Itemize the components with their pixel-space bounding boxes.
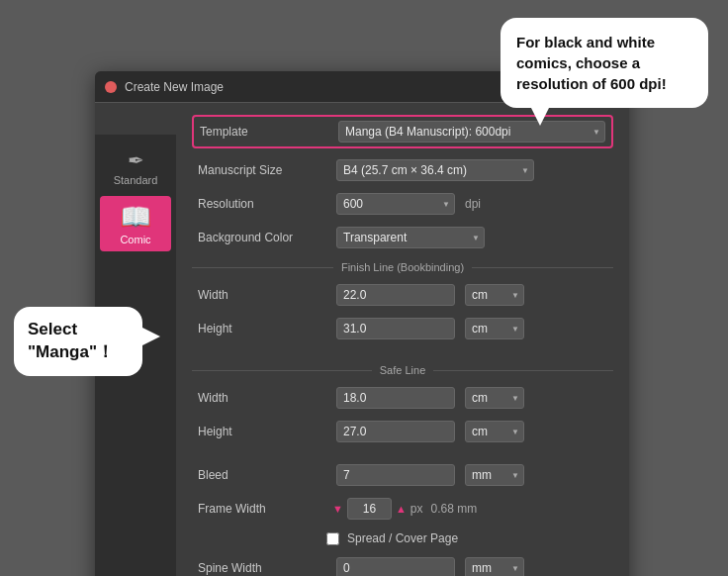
safe-line-header: Safe Line — [192, 360, 613, 378]
safe-line-width-unit-wrapper: cm — [465, 387, 524, 409]
tooltip-manga: Select "Manga"！ — [14, 307, 142, 376]
safe-line-width-row: Width cm — [192, 384, 613, 412]
manuscript-size-select-wrapper: B4 (25.7 cm × 36.4 cm) — [336, 159, 534, 181]
spread-cover-page-row: Spread / Cover Page — [192, 528, 613, 548]
finish-line-height-label: Height — [198, 322, 326, 336]
bleed-unit-select[interactable]: mm — [465, 464, 524, 486]
book-icon: 📖 — [120, 204, 151, 230]
template-select-wrapper: Manga (B4 Manuscript): 600dpi — [338, 121, 605, 143]
create-new-image-dialog: Create New Image ✒ Standard 📖 Comic Temp… — [95, 71, 629, 576]
pen-icon: ✒ — [128, 150, 144, 170]
safe-line-width-unit-select[interactable]: cm — [465, 387, 524, 409]
manuscript-size-row: Manuscript Size B4 (25.7 cm × 36.4 cm) — [192, 156, 613, 184]
background-color-row: Background Color Transparent — [192, 224, 613, 251]
frame-width-label: Frame Width — [198, 502, 326, 516]
finish-line-width-unit-wrapper: cm — [465, 284, 524, 306]
spine-width-unit-select[interactable]: mm — [465, 557, 524, 576]
finish-line-width-label: Width — [198, 288, 326, 302]
safe-line-width-label: Width — [198, 391, 326, 405]
sidebar-item-standard[interactable]: ✒ Standard — [100, 143, 171, 192]
safe-line-height-unit-select[interactable]: cm — [465, 421, 524, 442]
spine-width-input[interactable] — [336, 557, 455, 576]
spine-width-label: Spine Width — [198, 561, 326, 575]
sidebar-item-label-comic: Comic — [120, 234, 150, 245]
frame-width-unit: px — [410, 502, 423, 516]
resolution-label: Resolution — [198, 197, 326, 211]
frame-width-increment[interactable]: ▲ — [396, 503, 407, 515]
resolution-row: Resolution 600 dpi — [192, 190, 613, 218]
template-row: Template Manga (B4 Manuscript): 600dpi — [192, 115, 613, 148]
bleed-row: Bleed mm — [192, 461, 613, 489]
manuscript-size-label: Manuscript Size — [198, 163, 326, 177]
finish-line-height-unit-select[interactable]: cm — [465, 318, 524, 339]
finish-line-height-unit-wrapper: cm — [465, 318, 524, 339]
sidebar-item-comic[interactable]: 📖 Comic — [100, 196, 171, 251]
frame-width-controls: ▼ ▲ px 0.68 mm — [332, 498, 477, 520]
finish-line-width-input[interactable] — [336, 284, 455, 306]
frame-width-mm-value: 0.68 mm — [430, 502, 477, 516]
spread-cover-page-label: Spread / Cover Page — [347, 531, 458, 545]
manuscript-size-select[interactable]: B4 (25.7 cm × 36.4 cm) — [336, 159, 534, 181]
finish-line-width-unit-select[interactable]: cm — [465, 284, 524, 306]
frame-width-decrement[interactable]: ▼ — [332, 503, 343, 515]
dialog-title: Create New Image — [125, 80, 224, 94]
resolution-select-wrapper: 600 — [336, 193, 455, 215]
safe-line-width-input[interactable] — [336, 387, 455, 409]
sidebar-item-label-standard: Standard — [114, 174, 158, 186]
safe-line-height-input[interactable] — [336, 421, 455, 442]
background-color-label: Background Color — [198, 231, 326, 244]
template-label: Template — [200, 125, 328, 139]
bleed-input[interactable] — [336, 464, 455, 486]
form-area: Template Manga (B4 Manuscript): 600dpi M… — [176, 103, 629, 576]
safe-line-height-label: Height — [198, 425, 326, 438]
spine-width-row: Spine Width mm — [192, 554, 613, 576]
finish-line-height-row: Height cm — [192, 315, 613, 342]
frame-width-row: Frame Width ▼ ▲ px 0.68 mm — [192, 495, 613, 523]
finish-line-height-input[interactable] — [336, 318, 455, 339]
spine-width-unit-wrapper: mm — [465, 557, 524, 576]
bleed-unit-wrapper: mm — [465, 464, 524, 486]
resolution-unit: dpi — [465, 197, 489, 211]
finish-line-width-row: Width cm — [192, 281, 613, 309]
tooltip-resolution: For black and white comics, choose a res… — [500, 18, 708, 108]
safe-line-height-unit-wrapper: cm — [465, 421, 524, 442]
background-color-select-wrapper: Transparent — [336, 227, 485, 248]
background-color-select[interactable]: Transparent — [336, 227, 485, 248]
bleed-label: Bleed — [198, 468, 326, 482]
close-button[interactable] — [105, 81, 117, 93]
template-select[interactable]: Manga (B4 Manuscript): 600dpi — [338, 121, 605, 143]
resolution-select[interactable]: 600 — [336, 193, 455, 215]
finish-line-header: Finish Line (Bookbinding) — [192, 257, 613, 275]
spread-cover-page-checkbox[interactable] — [326, 532, 339, 545]
safe-line-height-row: Height cm — [192, 418, 613, 445]
frame-width-input[interactable] — [347, 498, 392, 520]
